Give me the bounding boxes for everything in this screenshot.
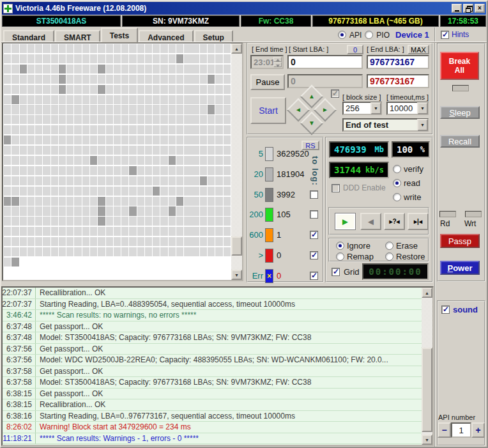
- block-cell: [82, 176, 89, 185]
- block-cell: [160, 95, 167, 104]
- timeout-select[interactable]: 10000 ▼: [386, 102, 429, 115]
- block-map-scrollbar[interactable]: ▲ ▼: [231, 43, 242, 280]
- start-button[interactable]: Start: [250, 97, 286, 124]
- radio-api[interactable]: [338, 31, 346, 39]
- to-log-checkbox[interactable]: [310, 251, 318, 259]
- block-cell: [20, 105, 27, 114]
- log-row: 6:37:56Get passport... OK: [3, 344, 422, 355]
- defect-option-erase[interactable]: Erase: [385, 241, 418, 251]
- end-lba-input[interactable]: 976773167: [367, 55, 429, 69]
- tab-advanced[interactable]: Advanced: [139, 30, 193, 42]
- block-cell: [224, 156, 231, 165]
- block-cell: [192, 95, 199, 104]
- counter-value: 181904: [277, 169, 304, 179]
- scroll-down-icon[interactable]: ▼: [231, 270, 242, 280]
- sleep-button[interactable]: Sleep: [440, 106, 480, 119]
- radio-restore[interactable]: [385, 252, 393, 261]
- dropdown-arrow-icon[interactable]: ▼: [370, 102, 381, 114]
- passp-button[interactable]: Passp: [440, 234, 480, 248]
- block-cell: [121, 125, 128, 134]
- block-cell: [27, 176, 34, 185]
- tab-setup[interactable]: Setup: [194, 30, 233, 42]
- start-lba-input[interactable]: 0: [287, 55, 363, 69]
- api-number-plus-button[interactable]: +: [471, 422, 485, 438]
- log-scrollbar[interactable]: ▲ ▼: [422, 288, 432, 445]
- mode-option-read[interactable]: read: [393, 178, 420, 188]
- mode-label: verify: [404, 164, 423, 174]
- block-cell: [74, 85, 81, 94]
- sound-checkbox[interactable]: [441, 305, 450, 314]
- break-all-button[interactable]: Break All: [440, 52, 479, 80]
- block-cell: [224, 95, 231, 104]
- hints-checkbox[interactable]: [441, 31, 449, 39]
- radio-remap[interactable]: [336, 252, 344, 261]
- block-cell: [74, 146, 81, 155]
- mode-option-write[interactable]: write: [393, 192, 421, 202]
- defect-option-restore[interactable]: Restore: [385, 252, 425, 261]
- block-map-scroll-thumb[interactable]: [231, 236, 242, 256]
- block-cell: [82, 135, 89, 144]
- grid-toggle-row: Grid: [332, 267, 360, 277]
- tab-smart[interactable]: SMART: [55, 30, 100, 42]
- end-action-select[interactable]: End of test ▼: [342, 118, 429, 132]
- arrow-left-icon: ◄: [295, 107, 301, 113]
- block-cell: [215, 65, 222, 73]
- block-cell: [4, 197, 11, 206]
- api-number-minus-button[interactable]: −: [438, 422, 451, 438]
- step-back-button[interactable]: ◄: [360, 213, 381, 230]
- seek-question-button[interactable]: ▸?◂: [384, 213, 405, 230]
- to-log-checkbox[interactable]: [310, 272, 318, 280]
- tab-tests[interactable]: Tests: [101, 27, 138, 42]
- to-log-checkbox[interactable]: [310, 190, 318, 199]
- block-cell: [106, 237, 113, 246]
- start-lba-zero-button[interactable]: 0: [347, 45, 363, 54]
- minimize-button[interactable]: [452, 4, 462, 13]
- recall-button[interactable]: Recall: [440, 135, 480, 148]
- ddd-checkbox[interactable]: [332, 184, 340, 192]
- to-log-checkbox[interactable]: [310, 210, 318, 219]
- end-time-spinner[interactable]: [273, 57, 282, 67]
- max-button[interactable]: MAX: [408, 45, 429, 54]
- log-panel: 22:07:37Recallibration... OK22:07:37Star…: [1, 286, 434, 446]
- right-panel: Hints Break All Sleep Recall Rd Wrt Pass…: [434, 27, 487, 447]
- restore-button[interactable]: [463, 4, 473, 13]
- arrow-down-icon: ▼: [309, 120, 315, 127]
- block-cell: [27, 85, 34, 94]
- play-button[interactable]: ►: [335, 213, 356, 230]
- dropdown-arrow-icon[interactable]: ▼: [417, 102, 428, 114]
- radio-write[interactable]: [393, 193, 401, 201]
- radio-verify[interactable]: [393, 165, 401, 173]
- pause-button[interactable]: Pause: [250, 74, 285, 90]
- tab-standard[interactable]: Standard: [3, 30, 54, 42]
- to-log-checkbox[interactable]: [310, 231, 318, 239]
- close-button[interactable]: ×: [475, 4, 485, 13]
- block-size-select[interactable]: 256 ▼: [342, 102, 382, 115]
- defect-option-remap[interactable]: Remap: [336, 252, 374, 261]
- radio-ignore[interactable]: [336, 242, 344, 250]
- block-cell: [74, 187, 81, 196]
- scroll-up-icon[interactable]: ▲: [422, 288, 432, 298]
- grid-checkbox[interactable]: [332, 268, 340, 276]
- radio-erase[interactable]: [385, 242, 393, 250]
- log-scroll-thumb[interactable]: [422, 348, 432, 432]
- radio-read[interactable]: [393, 179, 401, 187]
- counter-row: >0: [248, 249, 323, 265]
- spin-down-icon[interactable]: [273, 62, 282, 67]
- block-cell: [160, 176, 167, 185]
- block-cell: [66, 105, 73, 114]
- defect-option-ignore[interactable]: Ignore: [336, 241, 370, 251]
- radio-pio[interactable]: [365, 31, 373, 39]
- power-button[interactable]: Power: [440, 261, 480, 275]
- scroll-down-icon[interactable]: ▼: [422, 435, 432, 445]
- block-cell: [176, 115, 183, 124]
- block-cell: [51, 54, 58, 63]
- block-cell: [59, 197, 66, 206]
- dropdown-arrow-icon[interactable]: ▼: [417, 119, 428, 131]
- tab-bar: StandardSMARTTestsAdvancedSetup API PIO …: [2, 27, 486, 42]
- seek-end-button[interactable]: ▸|◂: [408, 213, 429, 230]
- counter-color-block: [265, 249, 273, 263]
- scroll-up-icon[interactable]: ▲: [231, 43, 242, 54]
- block-cell: [176, 187, 183, 196]
- spin-up-icon[interactable]: [273, 57, 282, 62]
- mode-option-verify[interactable]: verify: [393, 164, 423, 174]
